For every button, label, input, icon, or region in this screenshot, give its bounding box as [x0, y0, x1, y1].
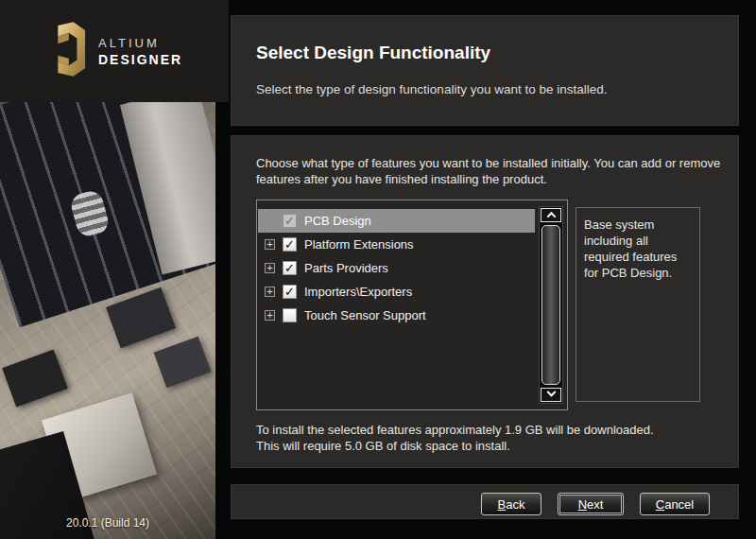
altium-logo-icon	[43, 21, 87, 81]
back-button[interactable]: Back	[481, 493, 541, 515]
feature-checkbox[interactable]: ✓	[283, 308, 297, 322]
cancel-button[interactable]: Cancel	[640, 493, 710, 515]
scrollbar-thumb[interactable]	[541, 225, 560, 385]
page-subtitle: Select the type of design functionality …	[256, 82, 607, 96]
installer-window: ALTIUM DESIGNER 20.0.1 (Build 14) Select…	[0, 0, 756, 539]
logo-block: ALTIUM DESIGNER	[0, 0, 229, 102]
pcb-photo	[0, 102, 215, 539]
scrollbar-up-button[interactable]	[541, 208, 561, 222]
content-panel: Choose what type of features you want to…	[231, 135, 739, 468]
feature-row-parts-providers[interactable]: + ✓ Parts Providers	[258, 256, 535, 280]
feature-label: Parts Providers	[304, 261, 388, 275]
expander-plus-icon[interactable]: +	[265, 239, 275, 250]
header-panel: Select Design Functionality Select the t…	[231, 15, 739, 126]
feature-row-touch-sensor-support[interactable]: + ✓ Touch Sensor Support	[258, 304, 535, 327]
feature-row-platform-extensions[interactable]: + ✓ Platform Extensions	[258, 233, 535, 256]
tree-scrollbar[interactable]	[539, 206, 563, 404]
feature-checkbox[interactable]: ✓	[283, 285, 297, 299]
check-icon: ✓	[284, 215, 295, 227]
check-icon: ✓	[284, 238, 295, 251]
brand-name-designer: DESIGNER	[98, 52, 182, 67]
feature-label: Platform Extensions	[304, 237, 414, 252]
brand-sidebar: ALTIUM DESIGNER 20.0.1 (Build 14)	[0, 0, 215, 539]
scrollbar-up-icon	[546, 212, 556, 221]
check-icon: ✓	[284, 262, 295, 274]
check-icon: ✓	[284, 286, 295, 298]
feature-label: PCB Design	[304, 214, 371, 228]
feature-row-importers-exporters[interactable]: + ✓ Importers\Exporters	[258, 280, 535, 304]
feature-checkbox[interactable]: ✓	[283, 237, 297, 252]
next-button[interactable]: Next	[558, 493, 624, 515]
feature-label: Importers\Exporters	[304, 285, 412, 299]
feature-checkbox[interactable]: ✓	[283, 261, 297, 275]
feature-row-pcb-design[interactable]: + ✓ PCB Design	[258, 209, 535, 233]
scrollbar-down-icon	[546, 388, 556, 397]
expander-plus-icon[interactable]: +	[265, 310, 275, 321]
feature-tree: + ✓ PCB Design + ✓ Platform Extensions +…	[256, 200, 568, 410]
version-label: 20.0.1 (Build 14)	[0, 516, 215, 530]
expander-plus-icon[interactable]: +	[265, 263, 275, 273]
download-size-note: To install the selected features approxi…	[256, 422, 654, 438]
feature-label: Touch Sensor Support	[304, 308, 426, 322]
install-notes: To install the selected features approxi…	[256, 422, 654, 454]
instructions-text: Choose what type of features you want to…	[256, 155, 733, 187]
disk-space-note: This will require 5.0 GB of disk space t…	[256, 438, 654, 454]
button-bar: Back Next Cancel	[231, 484, 739, 519]
page-title: Select Design Functionality	[256, 43, 490, 63]
feature-description-box: Base system including all required featu…	[576, 207, 700, 402]
expander-plus-icon[interactable]: +	[265, 287, 275, 297]
brand-name-altium: ALTIUM	[98, 36, 182, 50]
feature-checkbox[interactable]: ✓	[283, 214, 297, 228]
scrollbar-down-button[interactable]	[541, 388, 561, 402]
